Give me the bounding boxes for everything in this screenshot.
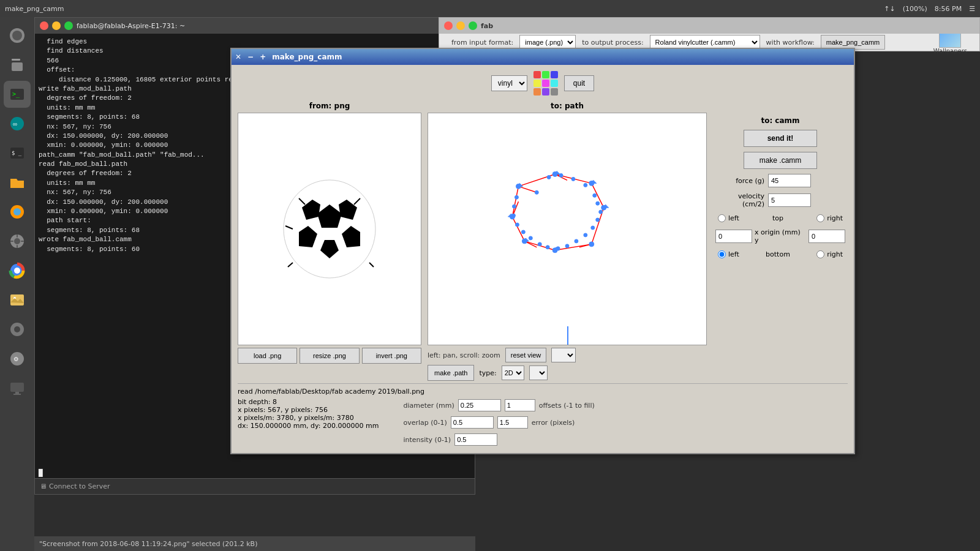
svg-rect-14	[17, 234, 18, 238]
svg-point-74	[565, 244, 569, 248]
color-red[interactable]	[533, 71, 541, 78]
fab-wallpapers[interactable]: Wallpapers	[933, 31, 967, 54]
minimize-button[interactable]	[52, 21, 61, 30]
color-green[interactable]	[542, 71, 549, 78]
fab-from-label: from input format:	[451, 39, 513, 47]
fab-max-button[interactable]	[469, 21, 477, 30]
svg-point-71	[591, 226, 595, 230]
close-x[interactable]: ✕	[235, 53, 241, 61]
vinyl-select[interactable]: vinyl	[491, 75, 527, 91]
load-png-button[interactable]: load .png	[238, 348, 297, 364]
svg-line-49	[518, 186, 537, 192]
y-origin-input[interactable]	[809, 230, 845, 243]
velocity-label: velocity (cm/2)	[715, 192, 764, 208]
x-origin-input[interactable]	[715, 230, 752, 243]
force-input[interactable]	[768, 174, 811, 187]
diameter-row: diameter (mm) offsets (-1 to fill)	[403, 399, 594, 411]
left-top-radio-group: left	[718, 214, 739, 222]
velocity-input[interactable]	[768, 193, 811, 207]
left-bottom-radio[interactable]	[718, 250, 726, 258]
left-sidebar: >_ ∞ $ _ ⚙	[0, 17, 34, 551]
fab-titlebar: fab	[439, 18, 979, 34]
svg-point-68	[596, 201, 600, 205]
color-gray[interactable]	[551, 88, 558, 96]
color-cyan[interactable]	[551, 80, 558, 87]
origin-row: x origin (mm) y	[713, 228, 848, 244]
terminal-footer[interactable]: 🖥 Connect to Server	[35, 478, 475, 494]
bit-depth: bit depth: 8	[238, 398, 379, 406]
left-bottom-radio-group: left	[718, 250, 739, 258]
color-blue[interactable]	[551, 71, 558, 78]
svg-point-80	[515, 223, 519, 227]
sidebar-icon-image[interactable]	[4, 287, 31, 313]
svg-point-11	[13, 208, 21, 216]
left-top-label: left	[728, 214, 739, 222]
svg-point-76	[546, 246, 549, 249]
svg-point-77	[538, 242, 541, 246]
make-path-button[interactable]: make .path	[428, 365, 474, 381]
sidebar-icon-monitor[interactable]	[4, 375, 31, 402]
sidebar-icon-settings2[interactable]	[4, 316, 31, 343]
color-purple[interactable]	[542, 88, 549, 96]
sidebar-icon-folder[interactable]	[4, 169, 31, 196]
type-extra-select[interactable]	[529, 365, 548, 380]
make-camm-button[interactable]: make .camm	[744, 152, 817, 169]
sidebar-icon-firefox[interactable]	[4, 198, 31, 225]
svg-point-19	[14, 268, 20, 274]
from-canvas	[238, 113, 421, 345]
minimize-dash[interactable]: −	[247, 53, 254, 61]
fab-to-label: to output process:	[582, 39, 643, 47]
svg-rect-20	[10, 294, 24, 305]
send-it-button[interactable]: send it!	[744, 130, 817, 147]
to-camm-label: to: camm	[713, 116, 848, 125]
close-button[interactable]	[40, 21, 48, 30]
color-magenta[interactable]	[542, 80, 549, 87]
sidebar-icon-chrome[interactable]	[4, 257, 31, 284]
sidebar-icon-shell[interactable]: $ _	[4, 140, 31, 167]
connect-label[interactable]: Connect to Server	[49, 482, 110, 490]
right-top-radio[interactable]	[816, 214, 824, 222]
overlap-input1[interactable]	[451, 416, 494, 429]
color-orange[interactable]	[533, 88, 541, 96]
left-top-radio[interactable]	[718, 214, 726, 222]
sidebar-icon-settings3[interactable]: ⚙	[4, 345, 31, 372]
invert-png-button[interactable]: invert .png	[362, 348, 421, 364]
info-col-left: bit depth: 8 x pixels: 567, y pixels: 75…	[238, 398, 379, 447]
diameter-input1[interactable]	[458, 399, 501, 411]
svg-point-69	[599, 210, 603, 214]
intensity-input[interactable]	[454, 433, 497, 446]
vertical-indicator	[567, 326, 568, 345]
left-bottom-label: left	[728, 250, 739, 258]
sidebar-icon-terminal[interactable]: >_	[4, 81, 31, 108]
type-select[interactable]: 2D	[502, 365, 524, 380]
overlap-input2[interactable]	[497, 416, 528, 429]
connect-icon: 🖥	[40, 482, 47, 490]
force-row: force (g)	[713, 174, 848, 187]
fab-min-button[interactable]	[456, 21, 465, 30]
path-view-select[interactable]	[551, 348, 576, 362]
sidebar-icon-home[interactable]	[4, 22, 31, 49]
svg-point-62	[535, 190, 538, 194]
maximize-button[interactable]	[64, 21, 73, 30]
svg-point-1	[12, 31, 22, 40]
fab-close-button[interactable]	[444, 21, 453, 30]
diameter-label: diameter (mm)	[403, 402, 454, 410]
maximize-plus[interactable]: +	[260, 53, 266, 61]
overlap-row: overlap (0-1) error (pixels)	[403, 416, 594, 429]
reset-view-button[interactable]: reset view	[505, 348, 547, 362]
menu-icon[interactable]: ☰	[969, 5, 975, 13]
svg-text:>_: >_	[12, 91, 20, 98]
color-yellow[interactable]	[533, 80, 541, 87]
quit-button[interactable]: quit	[564, 75, 594, 91]
resize-png-button[interactable]: resize .png	[300, 348, 359, 364]
sidebar-icon-settings1[interactable]	[4, 228, 31, 255]
right-bottom-radio[interactable]	[816, 250, 824, 258]
path-panel-controls: left: pan, scroll: zoom reset view make …	[428, 348, 707, 381]
svg-line-40	[288, 263, 293, 267]
sidebar-icon-arduino[interactable]: ∞	[4, 110, 31, 137]
sidebar-icon-files[interactable]	[4, 51, 31, 78]
fab-title: fab	[481, 22, 493, 30]
to-path-label: to: path	[428, 102, 707, 110]
diameter-input2[interactable]	[505, 399, 535, 411]
svg-point-72	[584, 233, 587, 237]
